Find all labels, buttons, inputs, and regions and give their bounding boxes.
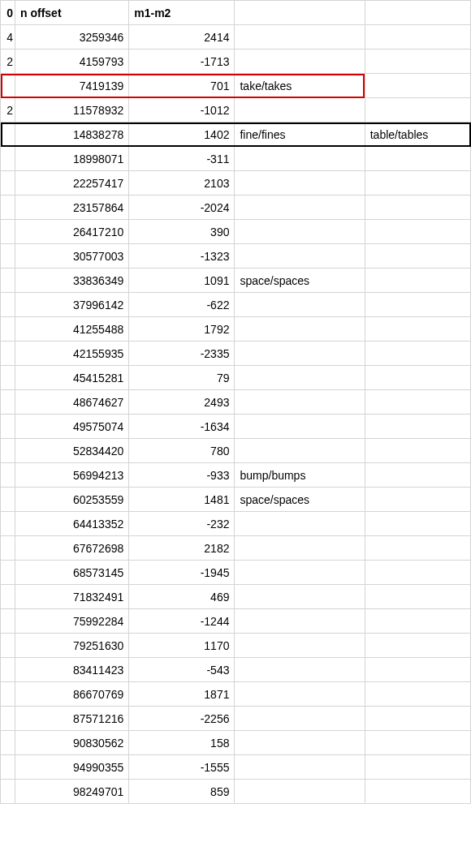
cell-c[interactable]: 79	[129, 366, 235, 390]
cell-c[interactable]: 158	[129, 731, 235, 755]
table-row[interactable]: 4541528179	[1, 366, 471, 390]
table-row[interactable]: 23157864-2024	[1, 196, 471, 220]
cell-b[interactable]: 14838278	[15, 122, 129, 147]
cell-e[interactable]	[365, 269, 470, 293]
cell-d[interactable]	[235, 731, 365, 755]
table-row[interactable]: 866707691871	[1, 682, 471, 707]
cell-e[interactable]	[365, 439, 470, 463]
cell-a[interactable]	[1, 609, 15, 634]
cell-b[interactable]: 18998071	[15, 147, 129, 171]
cell-a[interactable]	[1, 463, 15, 488]
cell-a[interactable]	[1, 488, 15, 512]
cell-c[interactable]: 780	[129, 439, 235, 463]
cell-e[interactable]	[365, 512, 470, 536]
cell-a[interactable]	[1, 244, 15, 269]
cell-d[interactable]	[235, 98, 365, 122]
table-row[interactable]: 68573145-1945	[1, 561, 471, 585]
table-row[interactable]: 26417210390	[1, 220, 471, 244]
cell-c[interactable]: 2182	[129, 536, 235, 561]
cell-b[interactable]: 56994213	[15, 463, 129, 488]
table-row[interactable]: 792516301170	[1, 634, 471, 658]
cell-b[interactable]: 23157864	[15, 196, 129, 220]
table-row[interactable]: 148382781402fine/finestable/tables	[1, 122, 471, 147]
cell-d[interactable]	[235, 147, 365, 171]
table-row[interactable]: 222574172103	[1, 171, 471, 196]
table-row[interactable]: 94990355-1555	[1, 755, 471, 780]
cell-e[interactable]	[365, 147, 470, 171]
cell-d[interactable]	[235, 634, 365, 658]
cell-a[interactable]	[1, 755, 15, 780]
cell-b[interactable]: 71832491	[15, 585, 129, 609]
cell-e[interactable]	[365, 171, 470, 196]
cell-c[interactable]: 1402	[129, 122, 235, 147]
cell-a[interactable]	[1, 585, 15, 609]
cell-e[interactable]	[365, 317, 470, 342]
table-row[interactable]: 75992284-1244	[1, 609, 471, 634]
cell-e[interactable]	[365, 390, 470, 415]
cell-e[interactable]	[365, 780, 470, 804]
cell-d[interactable]: take/takes	[235, 74, 365, 98]
table-row[interactable]: 18998071-311	[1, 147, 471, 171]
cell-e[interactable]	[365, 415, 470, 439]
cell-b[interactable]: 11578932	[15, 98, 129, 122]
cell-c[interactable]: -1244	[129, 609, 235, 634]
cell-d[interactable]	[235, 561, 365, 585]
spreadsheet-grid[interactable]: 0 n offset m1-m2 43259346241424159793-17…	[0, 0, 471, 804]
cell-c[interactable]: -232	[129, 512, 235, 536]
cell-e[interactable]	[365, 49, 470, 74]
cell-a[interactable]	[1, 512, 15, 536]
cell-b[interactable]: 64413352	[15, 512, 129, 536]
cell-a[interactable]: 4	[1, 25, 15, 49]
cell-a[interactable]	[1, 390, 15, 415]
cell-b[interactable]: 33836349	[15, 269, 129, 293]
cell-b[interactable]: 41255488	[15, 317, 129, 342]
cell-d[interactable]: space/spaces	[235, 269, 365, 293]
cell-d[interactable]	[235, 317, 365, 342]
cell-a[interactable]	[1, 682, 15, 707]
table-row[interactable]: 211578932-1012	[1, 98, 471, 122]
cell-c[interactable]: -1945	[129, 561, 235, 585]
cell-c[interactable]: -543	[129, 658, 235, 682]
cell-d[interactable]: bump/bumps	[235, 463, 365, 488]
cell-c[interactable]: -1634	[129, 415, 235, 439]
cell-a[interactable]	[1, 220, 15, 244]
cell-a[interactable]	[1, 269, 15, 293]
cell-e[interactable]	[365, 634, 470, 658]
cell-a[interactable]	[1, 415, 15, 439]
cell-b[interactable]: 83411423	[15, 658, 129, 682]
cell-c[interactable]: -2256	[129, 707, 235, 731]
table-row[interactable]: 24159793-1713	[1, 49, 471, 74]
cell-b[interactable]: 52834420	[15, 439, 129, 463]
table-row[interactable]: 98249701859	[1, 780, 471, 804]
cell-b[interactable]: 45415281	[15, 366, 129, 390]
cell-e[interactable]	[365, 658, 470, 682]
table-row[interactable]: 486746272493	[1, 390, 471, 415]
table-row[interactable]: 71832491469	[1, 585, 471, 609]
cell-b[interactable]: 98249701	[15, 780, 129, 804]
cell-d[interactable]	[235, 342, 365, 366]
cell-a[interactable]	[1, 342, 15, 366]
table-row[interactable]: 90830562158	[1, 731, 471, 755]
cell-a[interactable]	[1, 780, 15, 804]
table-row[interactable]: 56994213-933bump/bumps	[1, 463, 471, 488]
cell-c[interactable]: 2493	[129, 390, 235, 415]
cell-a[interactable]	[1, 536, 15, 561]
cell-d[interactable]	[235, 682, 365, 707]
cell-a[interactable]: 2	[1, 98, 15, 122]
cell-a[interactable]	[1, 147, 15, 171]
header-cell-d[interactable]	[235, 1, 365, 25]
cell-c[interactable]: 1792	[129, 317, 235, 342]
cell-c[interactable]: 701	[129, 74, 235, 98]
cell-b[interactable]: 30577003	[15, 244, 129, 269]
cell-e[interactable]	[365, 196, 470, 220]
cell-a[interactable]	[1, 634, 15, 658]
cell-d[interactable]: space/spaces	[235, 488, 365, 512]
cell-d[interactable]	[235, 439, 365, 463]
cell-d[interactable]	[235, 707, 365, 731]
cell-e[interactable]	[365, 585, 470, 609]
cell-b[interactable]: 94990355	[15, 755, 129, 780]
header-cell-m1-m2[interactable]: m1-m2	[129, 1, 235, 25]
cell-c[interactable]: -1713	[129, 49, 235, 74]
cell-c[interactable]: -1323	[129, 244, 235, 269]
cell-c[interactable]: 390	[129, 220, 235, 244]
